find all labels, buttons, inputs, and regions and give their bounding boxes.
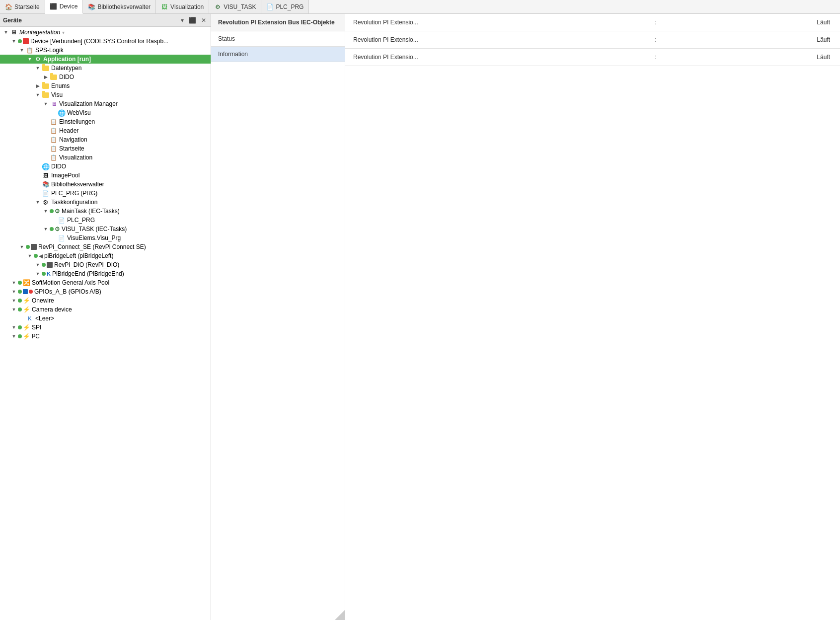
expander-device[interactable]: ▼: [10, 37, 18, 45]
left-panel: Geräte ▾ ⬛ ✕ ▼ 🖥 Montagestation ▾: [0, 14, 211, 620]
expander-gpios[interactable]: ▼: [10, 288, 18, 296]
tab-visu-task[interactable]: ⚙ VISU_TASK: [209, 0, 261, 13]
tree-item-dido[interactable]: 🌐 DIDO: [0, 162, 211, 171]
tab-device[interactable]: ⬛ Device: [45, 0, 83, 14]
tree-item-gpios[interactable]: ▼ GPIOs_A_B (GPIOs A/B): [0, 287, 211, 296]
label-application: Application [run]: [43, 56, 91, 63]
tree-item-application[interactable]: ▼ ⚙ Application [run]: [0, 55, 211, 64]
tree-item-device[interactable]: ▼ Device [Verbunden] (CODESYS Control fo…: [0, 37, 211, 46]
expander-maintask[interactable]: ▼: [42, 207, 50, 215]
expander-vis-manager[interactable]: ▼: [42, 100, 50, 108]
vis-page-einstellungen: 📋: [50, 118, 58, 126]
tree-item-revpi-connect[interactable]: ▼ RevPi_Connect_SE (RevPi Connect SE): [0, 242, 211, 251]
expander-dido-sub[interactable]: ▶: [42, 73, 50, 81]
tree-item-pibridge-end[interactable]: ▼ K PiBridgeEnd (PiBridgeEnd): [0, 269, 211, 278]
expander-spi[interactable]: ▼: [10, 323, 18, 331]
tree-item-imagepool[interactable]: 🖼 ImagePool: [0, 171, 211, 180]
status-green-gpios: [18, 290, 22, 294]
expander-taskkonfiguration[interactable]: ▼: [34, 198, 42, 206]
tab-visualization[interactable]: 🖼 Visualization: [156, 0, 209, 13]
label-i2c: I²C: [32, 333, 40, 340]
task-config-icon: ⚙: [42, 198, 50, 206]
tree-item-sps-logik[interactable]: ▼ 📋 SPS-Logik: [0, 46, 211, 55]
expander-montagestation[interactable]: ▼: [2, 28, 10, 36]
tab-bibliotheksverwalter[interactable]: 📚 Bibliotheksverwalter: [83, 0, 156, 13]
nav-item-status[interactable]: Status: [211, 31, 345, 47]
expander-revpi-dio[interactable]: ▼: [34, 261, 42, 269]
plc-icon: 📋: [26, 46, 34, 54]
tree-item-webvisu[interactable]: 🌐 WebVisu: [0, 108, 211, 117]
tree-item-onewire[interactable]: ▼ ⚡ Onewire: [0, 296, 211, 305]
table-row-3[interactable]: Revolution PI Extensio... : Läuft: [345, 49, 840, 66]
label-pibridge-end: PiBridgeEnd (PiBridgeEnd): [52, 270, 124, 277]
panel-actions: ▾ ⬛ ✕: [179, 17, 208, 24]
expander-pibridge-end[interactable]: ▼: [34, 270, 42, 278]
tree-item-i2c[interactable]: ▼ ⚡ I²C: [0, 332, 211, 341]
expander-i2c[interactable]: ▼: [10, 332, 18, 340]
label-leer: <Leer>: [35, 315, 54, 322]
expander-application[interactable]: ▼: [26, 55, 34, 63]
tree-item-visu-task[interactable]: ▼ ⚙ VISU_TASK (IEC-Tasks): [0, 225, 211, 233]
dock-button[interactable]: ⬛: [187, 17, 198, 24]
expander-datentypen[interactable]: ▼: [34, 64, 42, 72]
tab-startseite[interactable]: 🏠 Startseite: [0, 0, 45, 13]
tree-item-visualization-tree[interactable]: 📋 Visualization: [0, 153, 211, 162]
pin-button[interactable]: ▾: [179, 17, 185, 24]
right-area: Revolution PI Extension Bus IEC-Objekte …: [211, 14, 840, 620]
table-row-1[interactable]: Revolution PI Extensio... : Läuft: [345, 14, 840, 31]
tree-item-revpi-dio[interactable]: ▼ RevPi_DIO (RevPi_DIO): [0, 260, 211, 269]
tree-item-plc-prg[interactable]: 📄 PLC_PRG (PRG): [0, 189, 211, 198]
tree-item-montagestation[interactable]: ▼ 🖥 Montagestation ▾: [0, 28, 211, 37]
nav-item-information[interactable]: Information: [211, 47, 345, 62]
table-row-2[interactable]: Revolution PI Extensio... : Läuft: [345, 31, 840, 49]
expander-visu[interactable]: ▼: [34, 91, 42, 99]
expander-sps[interactable]: ▼: [18, 46, 26, 54]
label-revpi-dio: RevPi_DIO (RevPi_DIO): [54, 261, 119, 268]
tree-item-pibridge-left[interactable]: ▼ ◀ piBridgeLeft (piBridgeLeft): [0, 251, 211, 260]
pibridge-left-icon: ◀: [39, 253, 43, 259]
tree-item-spi[interactable]: ▼ ⚡ SPI: [0, 323, 211, 332]
tree-item-startseite-tree[interactable]: 📋 Startseite: [0, 144, 211, 153]
expander-visu-task[interactable]: ▼: [42, 225, 50, 233]
tree-item-vis-manager[interactable]: ▼ 🖥 Visualization Manager: [0, 99, 211, 108]
close-button[interactable]: ✕: [200, 17, 208, 24]
tree-item-datentypen[interactable]: ▼ Datentypen: [0, 64, 211, 73]
vis-page-header: 📋: [50, 127, 58, 135]
expander-enums[interactable]: ▶: [34, 82, 42, 90]
panel-header: Geräte ▾ ⬛ ✕: [0, 14, 211, 27]
lib-icon-tree: 📚: [42, 180, 50, 188]
lib-icon-tab: 📚: [88, 3, 95, 10]
plc-page-icon: 📄: [42, 189, 50, 197]
expander-revpi-connect[interactable]: ▼: [18, 243, 26, 251]
expander-camera[interactable]: ▼: [10, 306, 18, 313]
tab-plc-prg[interactable]: 📄 PLC_PRG: [261, 0, 309, 13]
label-vis-manager: Visualization Manager: [59, 100, 118, 107]
expander-startseite-tree: [42, 145, 50, 153]
expander-pibridge-left[interactable]: ▼: [26, 252, 34, 260]
i2c-icon: ⚡: [23, 333, 30, 340]
tree-item-enums[interactable]: ▶ Enums: [0, 81, 211, 90]
tree-item-leer[interactable]: K <Leer>: [0, 314, 211, 323]
tree-item-camera[interactable]: ▼ ⚡ Camera device: [0, 305, 211, 314]
status-green-revpi: [26, 245, 30, 249]
tree-item-softmotion[interactable]: ▼ 🔀 SoftMotion General Axis Pool: [0, 278, 211, 287]
tree-item-header[interactable]: 📋 Header: [0, 126, 211, 135]
tree-item-visuelems[interactable]: 📄 VisuElems.Visu_Prg: [0, 233, 211, 242]
row1-sep: :: [647, 14, 664, 31]
vis-manager-icon: 🖥: [50, 100, 58, 108]
plc-page-task-icon: 📄: [58, 216, 66, 224]
tree-item-einstellungen[interactable]: 📋 Einstellungen: [0, 117, 211, 126]
status-green-pibridge: [34, 254, 38, 258]
tree-item-taskkonfiguration[interactable]: ▼ ⚙ Taskkonfiguration: [0, 198, 211, 207]
tree-item-dido-sub[interactable]: ▶ DIDO: [0, 73, 211, 81]
tree-item-navigation[interactable]: 📋 Navigation: [0, 135, 211, 144]
tree-item-plc-prg-task[interactable]: 📄 PLC_PRG: [0, 216, 211, 225]
gpio-icon: [23, 289, 28, 294]
vis-page-visualization: 📋: [50, 154, 58, 161]
tree-item-maintask[interactable]: ▼ ⚙ MainTask (IEC-Tasks): [0, 207, 211, 216]
expander-visualization-tree: [42, 154, 50, 161]
tree-item-visu[interactable]: ▼ Visu: [0, 90, 211, 99]
tree-item-bibliotheksverwalter[interactable]: 📚 Bibliotheksverwalter: [0, 180, 211, 189]
expander-onewire[interactable]: ▼: [10, 297, 18, 305]
expander-softmotion[interactable]: ▼: [10, 279, 18, 287]
